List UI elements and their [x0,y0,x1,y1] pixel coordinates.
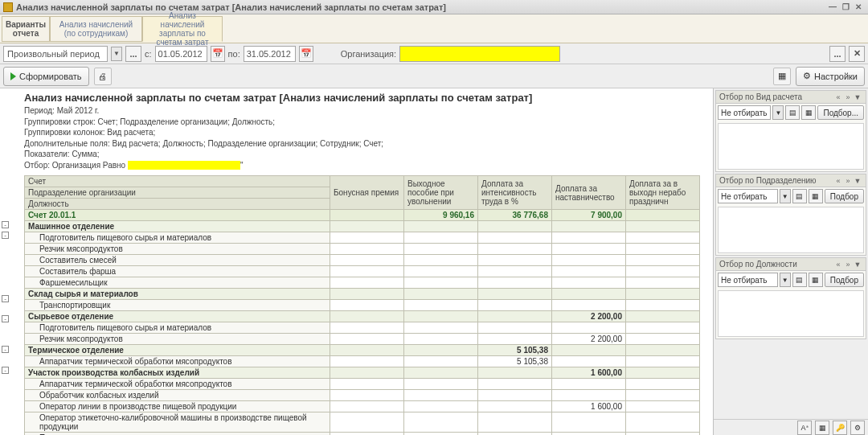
cell: 7 900,00 [552,210,626,221]
period-dropdown-arrow[interactable]: ▼ [111,47,122,61]
report-grp-rows: Группировки строк: Счет; Подразделение о… [24,117,713,128]
panel-prev[interactable]: « [833,176,843,186]
pick-tree-icon[interactable]: ▦ [809,273,823,287]
font-icon[interactable]: Aᵃ [797,421,812,435]
filter-mode-arrow[interactable]: ▼ [780,189,791,203]
pick-list-icon[interactable]: ▤ [792,189,807,203]
report-filter: Отбор: Организация Равно " [24,160,713,171]
col-severance: Выходное пособие при увольнении [404,176,478,210]
filter-mode-arrow[interactable]: ▼ [780,273,791,287]
panel-drop[interactable]: ▼ [853,260,862,269]
cell [330,356,404,367]
filter-mode-select[interactable]: Не отбирать [718,273,778,287]
select-button[interactable]: Подбор [825,189,864,203]
panel-position: Отбор по Должности«»▼ Не отбирать ▼ ▤ ▦ … [715,257,866,339]
select-button[interactable]: Подбор... [817,105,864,120]
to-label: по: [228,49,240,59]
panel-next[interactable]: » [843,176,853,186]
minimize-button[interactable]: — [826,2,839,13]
tree-collapse[interactable]: - [2,295,9,302]
cell [404,322,478,334]
panel-title: Отбор по Вид расчета [719,92,802,101]
cell [404,221,478,232]
panel-list[interactable] [718,207,864,253]
filter-mode-arrow[interactable]: ▼ [772,105,784,120]
cell [626,334,700,345]
panel-next[interactable]: » [843,260,853,269]
cell: 5 105,38 [478,356,552,367]
pick-tree-icon[interactable]: ▦ [809,189,823,203]
organization-field[interactable] [399,46,560,62]
row-name: Аппаратчик термической обработки мясопро… [25,356,330,367]
cell [478,221,552,232]
tree-collapse[interactable]: - [2,367,9,374]
cell: 1 600,00 [552,367,626,379]
calendar-to-icon[interactable]: 📅 [299,46,313,62]
tab-analysis-costs[interactable]: Анализ начислений зарплаты по счетам зат… [142,16,223,42]
grid-view-button[interactable]: ▦ [773,68,791,85]
panel-prev[interactable]: « [833,92,843,102]
maximize-button[interactable]: ❐ [839,2,852,13]
report-viewport[interactable]: - - - - - - Анализ начисленной зарплаты … [0,88,714,435]
tree-collapse[interactable]: - [2,315,9,322]
panel-next[interactable]: » [843,92,853,102]
print-button[interactable]: 🖨 [94,68,112,85]
tree-collapse[interactable]: - [2,346,9,353]
panel-list[interactable] [718,290,864,337]
date-from-input[interactable]: 01.05.2012 [155,46,207,62]
cell [552,356,626,367]
close-button[interactable]: ✕ [852,2,865,13]
pick-list-icon[interactable]: ▤ [792,273,807,287]
select-button[interactable]: Подбор [825,273,864,287]
cell [478,255,552,266]
grid-icon[interactable]: ▦ [815,421,829,435]
calendar-from-icon[interactable]: 📅 [211,46,225,62]
filter-mode-select[interactable]: Не отбирать [718,189,778,203]
titlebar: Анализ начисленной зарплаты по счетам за… [0,0,868,14]
window-title: Анализ начисленной зарплаты по счетам за… [16,2,446,12]
cell [330,210,404,221]
tab-variants[interactable]: Варианты отчета [2,16,50,42]
panel-prev[interactable]: « [833,260,843,269]
cell [478,266,552,277]
filter-mode-select[interactable]: Не отбирать [718,105,771,120]
row-name: Участок производства колбасных изделий [25,367,330,379]
gear-icon[interactable]: ⚙ [850,421,865,435]
generate-button[interactable]: Сформировать [3,67,89,86]
row-name: Оператор линии в производстве пищевой пр… [25,401,330,412]
tree-collapse[interactable]: - [2,232,9,239]
cell [552,232,626,244]
cell [330,322,404,334]
cell [626,390,700,401]
cell [626,412,700,433]
cell [626,356,700,367]
panel-drop[interactable]: ▼ [853,176,862,186]
cell [552,300,626,311]
pick-list-icon[interactable]: ▤ [785,105,800,120]
period-more-button[interactable]: ... [125,46,141,62]
play-icon [10,72,16,80]
col-schet: Счет [25,176,330,187]
filter-more-button[interactable]: ... [829,46,845,62]
cell [552,412,626,433]
cell [478,322,552,334]
settings-button[interactable]: ⚙Настройки [796,67,865,86]
tab-analysis-employees[interactable]: Анализ начислений (по сотрудникам) [50,16,142,42]
cell [330,232,404,244]
tree-collapse[interactable]: - [2,221,9,228]
cell [404,232,478,244]
filter-clear-button[interactable]: ✕ [849,46,865,62]
pick-tree-icon[interactable]: ▦ [801,105,816,120]
panel-list[interactable] [718,123,864,170]
period-dropdown[interactable]: Произвольный период [3,46,108,62]
cell [330,244,404,255]
panel-drop[interactable]: ▼ [853,92,862,102]
date-to-input[interactable]: 31.05.2012 [244,46,296,62]
cell: 2 200,00 [552,311,626,322]
cell [404,367,478,379]
key-icon[interactable]: 🔑 [833,421,847,435]
cell [478,244,552,255]
row-name: Счет 20.01.1 [25,210,330,221]
org-label: Организация: [341,49,396,59]
cell [552,244,626,255]
